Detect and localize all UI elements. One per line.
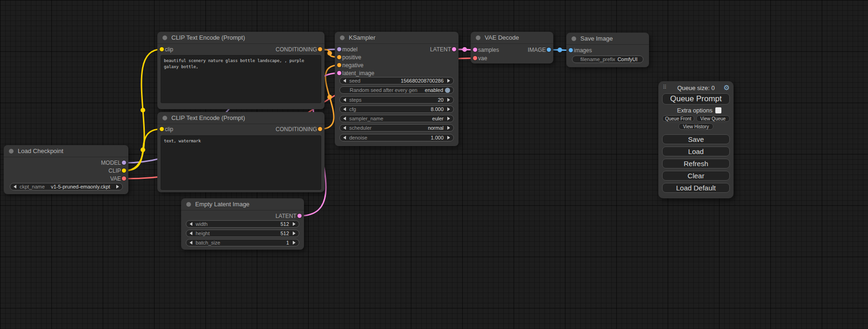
cfg-widget[interactable]: cfg 8.000 [339,105,454,113]
wire-midpoint-dot[interactable] [462,47,467,52]
denoise-widget[interactable]: denoise 1.000 [339,134,454,141]
node-empty-latent-image[interactable]: Empty Latent Image LATENT width 512 heig… [181,198,304,250]
input-port-clip[interactable] [160,47,164,51]
view-queue-button[interactable]: View Queue [696,115,730,122]
node-title-bar[interactable]: KSampler [335,32,459,44]
output-port-latent[interactable] [297,214,302,218]
stepper-left-icon[interactable] [190,241,192,245]
output-port-clip[interactable] [122,168,126,173]
width-widget[interactable]: width 512 [186,220,299,228]
scheduler-widget[interactable]: scheduler normal [339,124,454,132]
collapse-dot-icon[interactable] [162,116,167,120]
collapse-dot-icon[interactable] [162,35,167,40]
input-port-model[interactable] [337,47,341,51]
widget-label: Random seed after every gen [350,87,417,93]
node-title: VAE Decode [485,34,519,41]
node-graph-canvas[interactable]: Load Checkpoint MODEL CLIP VAE ckpt_name… [0,0,868,329]
batch-size-widget[interactable]: batch_size 1 [186,239,299,246]
output-port-latent[interactable] [452,47,456,51]
negative-prompt-textarea[interactable]: text, watermark [161,135,321,190]
drag-handle-icon[interactable]: ⠿ [663,84,666,91]
collapse-dot-icon[interactable] [9,149,14,154]
random-seed-toggle-widget[interactable]: Random seed after every gen enabled [339,86,454,94]
queue-front-button[interactable]: Queue Front [662,115,694,122]
wire-midpoint-dot[interactable] [141,147,145,152]
node-save-image[interactable]: Save Image images filename_prefix ComfyU… [566,33,649,67]
input-port-latent-image[interactable] [337,71,341,75]
input-port-clip[interactable] [160,127,164,131]
stepper-right-icon[interactable] [447,107,450,111]
filename-prefix-widget[interactable]: filename_prefix ComfyUI [572,56,643,63]
node-title-bar[interactable]: Save Image [566,33,649,45]
stepper-right-icon[interactable] [293,222,296,226]
stepper-left-icon[interactable] [343,107,346,111]
output-image-label: IMAGE [528,46,546,54]
queue-prompt-button[interactable]: Queue Prompt [662,93,730,105]
node-clip-text-encode-positive[interactable]: CLIP Text Encode (Prompt) clip CONDITION… [157,32,325,109]
node-vae-decode[interactable]: VAE Decode samples vae IMAGE [471,32,553,63]
node-clip-text-encode-negative[interactable]: CLIP Text Encode (Prompt) clip CONDITION… [157,112,325,192]
node-title-bar[interactable]: Load Checkpoint [4,145,128,157]
node-title-bar[interactable]: VAE Decode [471,32,553,44]
collapse-dot-icon[interactable] [186,202,191,207]
stepper-right-icon[interactable] [447,136,450,140]
height-widget[interactable]: height 512 [186,230,299,237]
ckpt-name-widget[interactable]: ckpt_name v1-5-pruned-emaonly.ckpt [10,183,123,190]
stepper-left-icon[interactable] [343,117,346,120]
input-port-positive[interactable] [337,55,341,59]
save-button[interactable]: Save [662,134,730,144]
stepper-right-icon[interactable] [447,117,450,120]
output-port-model[interactable] [122,161,126,165]
wire-midpoint-dot[interactable] [327,51,332,56]
stepper-left-icon[interactable] [343,126,346,130]
stepper-left-icon[interactable] [190,222,192,226]
stepper-right-icon[interactable] [293,231,296,235]
output-port-conditioning[interactable] [318,47,322,51]
input-port-images[interactable] [569,48,573,52]
node-load-checkpoint[interactable]: Load Checkpoint MODEL CLIP VAE ckpt_name… [4,145,128,194]
stepper-left-icon[interactable] [343,136,346,140]
seed-widget[interactable]: seed 156680208700286 [339,77,454,84]
stepper-right-icon[interactable] [293,241,296,245]
sampler-name-widget[interactable]: sampler_name euler [339,115,454,122]
toggle-icon[interactable] [445,88,450,93]
wire-midpoint-dot[interactable] [327,95,332,99]
input-port-vae[interactable] [473,56,477,60]
input-port-negative[interactable] [337,63,341,67]
stepper-right-icon[interactable] [447,98,450,102]
view-history-button[interactable]: View History [678,123,713,130]
collapse-dot-icon[interactable] [340,35,345,40]
clear-button[interactable]: Clear [662,171,730,181]
gear-icon[interactable]: ⚙ [724,84,730,92]
stepper-right-icon[interactable] [116,185,119,189]
comfy-menu-panel[interactable]: ⠿ Queue size: 0 ⚙ Queue Prompt Extra opt… [658,81,734,198]
extra-options-checkbox[interactable] [715,107,721,113]
steps-widget[interactable]: steps 20 [339,96,454,104]
collapse-dot-icon[interactable] [476,35,480,40]
output-clip-label: CLIP [108,167,121,175]
widget-value: ComfyUI [617,56,637,62]
wire-midpoint-dot[interactable] [557,48,562,52]
stepper-right-icon[interactable] [447,79,450,83]
node-title-bar[interactable]: CLIP Text Encode (Prompt) [157,112,325,124]
load-default-button[interactable]: Load Default [662,183,730,193]
refresh-button[interactable]: Refresh [662,159,730,168]
collapse-dot-icon[interactable] [572,36,576,41]
output-port-vae[interactable] [122,176,126,181]
node-title-bar[interactable]: CLIP Text Encode (Prompt) [157,32,325,44]
output-port-conditioning[interactable] [318,127,322,131]
stepper-left-icon[interactable] [343,79,346,83]
node-ksampler[interactable]: KSampler model positive negative latent_… [335,32,459,146]
wire-midpoint-dot[interactable] [141,108,145,112]
load-button[interactable]: Load [662,147,730,156]
output-port-image[interactable] [547,48,551,52]
stepper-right-icon[interactable] [447,126,450,130]
input-port-samples[interactable] [473,48,477,52]
stepper-left-icon[interactable] [343,98,346,102]
stepper-left-icon[interactable] [190,231,192,235]
widget-label: seed [349,78,360,84]
stepper-left-icon[interactable] [14,185,16,189]
widget-label: cfg [349,106,356,112]
positive-prompt-textarea[interactable]: beautiful scenery nature glass bottle la… [161,55,321,103]
node-title-bar[interactable]: Empty Latent Image [181,198,304,210]
